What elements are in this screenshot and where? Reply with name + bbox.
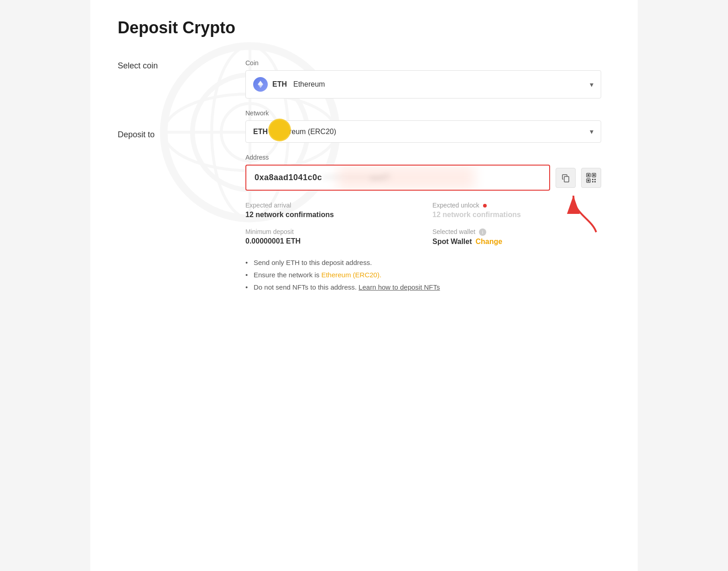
selected-wallet-label: Selected wallet i <box>432 228 601 236</box>
address-value: 0xa8aad1041c0c <box>255 173 322 182</box>
coin-chevron-icon: ▾ <box>590 80 593 89</box>
network-field-group: Network ETH Ethereum (ERC20) ▾ <box>245 109 601 143</box>
network-select[interactable]: ETH Ethereum (ERC20) ▾ <box>245 120 601 143</box>
coin-select-left: ETH Ethereum <box>253 77 325 92</box>
network-ticker: ETH <box>253 128 268 136</box>
section-labels: Select coin Deposit to <box>118 59 245 296</box>
copy-button[interactable] <box>556 168 576 188</box>
address-field-label: Address <box>245 154 601 161</box>
address-section: Address 0xa8aad1041c0c··················… <box>245 154 601 191</box>
qr-button[interactable] <box>581 168 601 188</box>
form-fields: Coin ETH Ethereum <box>245 59 601 296</box>
coin-select[interactable]: ETH Ethereum ▾ <box>245 70 601 99</box>
page-title: Deposit Crypto <box>118 18 610 37</box>
info-grid: Expected arrival 12 network confirmation… <box>245 202 601 246</box>
expected-arrival-value: 12 network confirmations <box>245 211 414 219</box>
address-blurred: ···················aad7· <box>322 173 392 182</box>
coin-ticker: ETH <box>272 80 287 88</box>
svg-rect-20 <box>594 181 596 182</box>
selected-wallet-row: Spot Wallet Change <box>432 238 601 246</box>
eth-coin-icon <box>253 77 268 92</box>
expected-arrival-item: Expected arrival 12 network confirmation… <box>245 202 414 219</box>
expected-unlock-label: Expected unlock <box>432 202 601 209</box>
coin-name: Ethereum <box>293 80 325 88</box>
note-2-text: Ensure the network is Ethereum (ERC20). <box>254 271 381 279</box>
notes-list: Send only ETH to this deposit address. E… <box>245 259 601 291</box>
expected-unlock-item: Expected unlock 12 network confirmations <box>432 202 601 219</box>
select-coin-label: Select coin <box>118 61 245 71</box>
red-dot-indicator <box>483 204 487 208</box>
page-container: Deposit Crypto Select coin Deposit to Co… <box>90 0 638 571</box>
change-wallet-link[interactable]: Change <box>476 238 503 246</box>
address-box: 0xa8aad1041c0c···················aad7· <box>245 165 550 191</box>
svg-rect-19 <box>592 181 593 182</box>
coin-select-wrapper: ETH Ethereum ▾ <box>245 70 601 99</box>
network-name: Ethereum (ERC20) <box>274 128 336 136</box>
coin-field-group: Coin ETH Ethereum <box>245 59 601 99</box>
network-field-label: Network <box>245 109 601 117</box>
network-chevron-icon: ▾ <box>590 127 593 136</box>
expected-unlock-value: 12 network confirmations <box>432 211 601 219</box>
info-icon[interactable]: i <box>479 228 486 236</box>
note-3: Do not send NFTs to this address. Learn … <box>245 283 601 291</box>
network-select-left: ETH Ethereum (ERC20) <box>253 128 336 136</box>
note-1: Send only ETH to this deposit address. <box>245 259 601 266</box>
minimum-deposit-item: Minimum deposit 0.00000001 ETH <box>245 228 414 246</box>
svg-rect-10 <box>564 176 569 182</box>
note-2-highlight: Ethereum (ERC20). <box>321 271 381 279</box>
coin-field-label: Coin <box>245 59 601 67</box>
deposit-to-label: Deposit to <box>118 130 245 140</box>
note-2: Ensure the network is Ethereum (ERC20). <box>245 271 601 279</box>
learn-nft-link[interactable]: Learn how to deposit NFTs <box>359 283 440 291</box>
selected-wallet-item: Selected wallet i Spot Wallet Change <box>432 228 601 246</box>
wallet-value: Spot Wallet <box>432 238 472 246</box>
svg-rect-14 <box>593 174 595 176</box>
svg-rect-17 <box>592 179 593 180</box>
minimum-deposit-label: Minimum deposit <box>245 228 414 235</box>
network-select-wrapper: ETH Ethereum (ERC20) ▾ <box>245 120 601 143</box>
note-3-text: Do not send NFTs to this address. Learn … <box>254 283 440 291</box>
svg-rect-18 <box>594 179 596 180</box>
svg-rect-12 <box>588 174 589 176</box>
expected-arrival-label: Expected arrival <box>245 202 414 209</box>
minimum-deposit-value: 0.00000001 ETH <box>245 237 414 245</box>
note-1-text: Send only ETH to this deposit address. <box>254 259 372 266</box>
form-section: Select coin Deposit to Coin <box>118 59 610 296</box>
svg-rect-16 <box>588 180 589 182</box>
address-row: 0xa8aad1041c0c···················aad7· <box>245 165 601 191</box>
